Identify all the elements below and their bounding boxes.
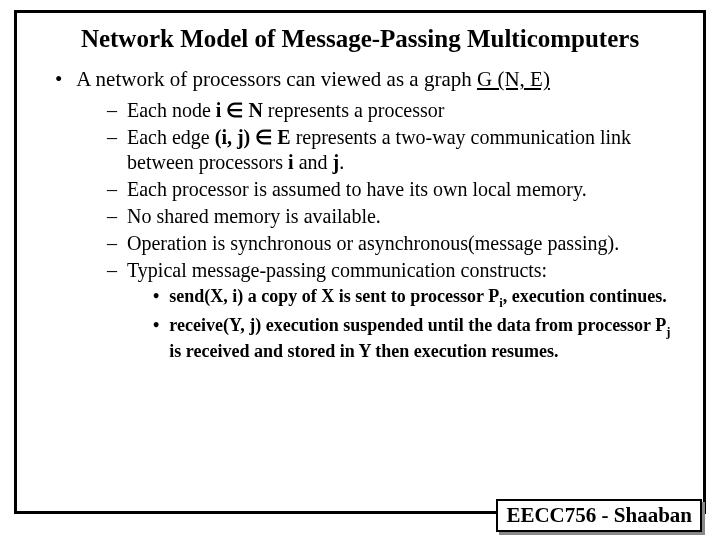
text-fragment: receive(Y, j) [169, 315, 261, 335]
bullet-level2: – Typical message-passing communication … [107, 258, 683, 283]
subscript: j [666, 324, 670, 338]
dash-icon: – [107, 177, 117, 202]
bullet-level2: – Operation is synchronous or asynchrono… [107, 231, 683, 256]
bullet-text: send(X, i) a copy of X is sent to proces… [169, 285, 666, 311]
bullet-text: A network of processors can viewed as a … [76, 67, 550, 92]
text-fragment: Each node [127, 99, 216, 121]
footer-badge: EECC756 - Shaaban [496, 499, 702, 532]
text-fragment: A network of processors can viewed as a … [76, 67, 477, 91]
dash-icon: – [107, 125, 117, 150]
text-fragment: . [339, 151, 344, 173]
dash-icon: – [107, 98, 117, 123]
slide-title: Network Model of Message-Passing Multico… [37, 25, 683, 53]
dash-icon: – [107, 258, 117, 283]
bullet-text: Each node i ∈ N represents a processor [127, 98, 444, 123]
text-fragment: Each edge [127, 126, 215, 148]
text-fragment: is received and stored in Y then executi… [169, 341, 558, 361]
bullet-text: Operation is synchronous or asynchronous… [127, 231, 619, 256]
text-fragment: , execution continues. [503, 286, 667, 306]
bullet-level2: – Each node i ∈ N represents a processor [107, 98, 683, 123]
bullet-text: Each edge (i, j) ∈ E represents a two-wa… [127, 125, 683, 175]
bullet-dot: • [55, 67, 62, 92]
slide-frame: Network Model of Message-Passing Multico… [14, 10, 706, 514]
text-fragment: and [294, 151, 333, 173]
bullet-text: receive(Y, j) execution suspended until … [169, 314, 683, 363]
bullet-level1: • A network of processors can viewed as … [55, 67, 683, 92]
dash-icon: – [107, 204, 117, 229]
bullet-level3: • receive(Y, j) execution suspended unti… [153, 314, 683, 363]
bullet-dot: • [153, 314, 159, 337]
dash-icon: – [107, 231, 117, 256]
text-fragment: send(X, i) [169, 286, 243, 306]
bullet-level2: – Each processor is assumed to have its … [107, 177, 683, 202]
bullet-level2: – Each edge (i, j) ∈ E represents a two-… [107, 125, 683, 175]
text-bold: (i, j) ∈ E [215, 126, 291, 148]
text-fragment: represents a processor [263, 99, 445, 121]
text-fragment: a copy of X is sent to processor P [243, 286, 499, 306]
text-bold: i ∈ N [216, 99, 263, 121]
text-fragment: execution suspended until the data from … [261, 315, 666, 335]
bullet-dot: • [153, 285, 159, 308]
bullet-text: No shared memory is available. [127, 204, 381, 229]
bullet-level3: • send(X, i) a copy of X is sent to proc… [153, 285, 683, 311]
bullet-text: Typical message-passing communication co… [127, 258, 547, 283]
bullet-text: Each processor is assumed to have its ow… [127, 177, 587, 202]
bullet-level2: – No shared memory is available. [107, 204, 683, 229]
graph-notation: G (N, E) [477, 67, 550, 91]
